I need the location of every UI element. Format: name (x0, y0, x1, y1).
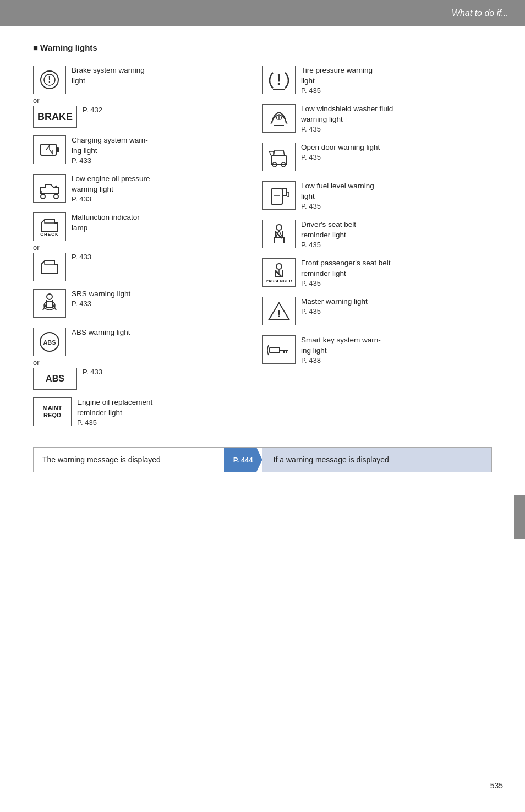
list-item: Driver's seat beltreminder light P. 435 (262, 220, 492, 250)
svg-line-7 (50, 150, 53, 154)
seatbelt-passenger-label: Front passenger's seat beltreminder ligh… (301, 258, 492, 279)
charging-label: Charging system warn-ing light (72, 135, 262, 156)
smartkey-icon (262, 335, 296, 364)
smartkey-page: P. 438 (301, 356, 492, 364)
tire-label: Tire pressure warninglight (301, 66, 492, 86)
brake-label-group: Brake system warninglight (72, 66, 262, 86)
warning-footer-left: The warning message is displayed (34, 448, 224, 472)
warning-footer-right: If a warning message is displayed (262, 448, 491, 472)
abs-or: or (33, 358, 262, 367)
malfunction-text: Malfunction indicatorlamp (72, 212, 262, 233)
maint-label: Engine oil replacementreminder light (77, 397, 262, 418)
door-icon (262, 143, 296, 171)
svg-point-10 (54, 194, 58, 199)
svg-point-28 (276, 264, 282, 269)
list-item: MAINT REQD Engine oil replacementreminde… (33, 397, 262, 428)
header-bar: What to do if... (0, 0, 525, 26)
svg-text:!: ! (48, 75, 51, 84)
washer-page: P. 435 (301, 125, 492, 133)
list-item: Low engine oil pressurewarning light P. … (33, 174, 262, 205)
malfunction-page: P. 433 (72, 253, 262, 261)
warning-footer: The warning message is displayed P. 444 … (33, 447, 492, 472)
malfunction-page-group: P. 433 (72, 253, 262, 261)
list-item: Charging system warn-ing light P. 433 (33, 135, 262, 166)
svg-rect-3 (41, 144, 56, 155)
charging-page: P. 433 (72, 156, 262, 165)
list-item: ! Master warning light P. 435 (262, 297, 492, 328)
right-tab (514, 495, 525, 539)
list-item: Low windshield washer fluidwarning light… (262, 104, 492, 135)
tire-text: Tire pressure warninglight P. 435 (301, 66, 492, 95)
master-warning-text: Master warning light P. 435 (301, 297, 492, 315)
seatbelt-driver-icon (262, 220, 296, 248)
srs-label: SRS warning light (72, 289, 262, 299)
maint-text-top: MAINT (43, 405, 62, 412)
oil-page: P. 433 (72, 195, 262, 203)
brake-text-row: BRAKE P. 432 (33, 106, 262, 128)
fuel-page: P. 435 (301, 202, 492, 210)
footer-arrow[interactable]: P. 444 (224, 448, 262, 472)
footer-right-text: If a warning message is displayed (274, 455, 389, 464)
svg-rect-31 (270, 347, 280, 353)
tire-icon: ! (262, 66, 296, 94)
list-item: Low fuel level warninglight P. 435 (262, 181, 492, 212)
charging-icon (33, 135, 66, 164)
left-column: ! Brake system warninglight or BRAKE P. … (33, 66, 262, 436)
oil-icon (33, 174, 66, 203)
footer-left-text: The warning message is displayed (42, 455, 161, 464)
list-item: ABS ABS warning light or ABS P. 433 (33, 328, 262, 390)
washer-icon (262, 104, 296, 133)
list-item: ! Tire pressure warninglight P. 435 (262, 66, 492, 96)
oil-label: Low engine oil pressurewarning light (72, 174, 262, 195)
fuel-icon (262, 181, 296, 210)
list-item: ! Brake system warninglight or BRAKE P. … (33, 66, 262, 128)
abs-label: ABS warning light (72, 328, 262, 338)
smartkey-text: Smart key system warn-ing light P. 438 (301, 335, 492, 364)
brake-icon-row: ! Brake system warninglight (33, 66, 262, 94)
list-item: PASSENGER Front passenger's seat beltrem… (262, 258, 492, 289)
charging-text: Charging system warn-ing light P. 433 (72, 135, 262, 165)
maint-text-bottom: REQD (43, 412, 61, 419)
page-number: 535 (490, 781, 503, 790)
malfunction-row1: CHECK Malfunction indicatorlamp (33, 212, 262, 241)
list-item: Open door warning light P. 435 (262, 143, 492, 173)
svg-text:ABS: ABS (43, 339, 56, 346)
seatbelt-driver-text: Driver's seat beltreminder light P. 435 (301, 220, 492, 249)
list-item: SRS warning light P. 433 (33, 289, 262, 320)
abs-page-group: P. 433 (83, 368, 262, 376)
master-warning-label: Master warning light (301, 297, 492, 307)
brake-label: Brake system warninglight (72, 66, 262, 86)
seatbelt-passenger-icon: PASSENGER (262, 258, 296, 287)
malfunction-label: Malfunction indicatorlamp (72, 212, 262, 233)
list-item: Smart key system warn-ing light P. 438 (262, 335, 492, 366)
main-content: Warning lights ! Brake system warninglig… (0, 26, 525, 494)
smartkey-label: Smart key system warn-ing light (301, 335, 492, 356)
brake-icon: ! (33, 66, 66, 94)
washer-label: Low windshield washer fluidwarning light (301, 104, 492, 125)
list-item: CHECK Malfunction indicatorlamp or (33, 212, 262, 281)
seatbelt-driver-label: Driver's seat beltreminder light (301, 220, 492, 241)
footer-page: P. 444 (233, 456, 253, 464)
svg-point-12 (47, 294, 52, 299)
abs-text-icon: ABS (33, 368, 77, 390)
abs-row1: ABS ABS warning light (33, 328, 262, 356)
malfunction-row2: P. 433 (33, 253, 262, 281)
maint-text-area: Engine oil replacementreminder light P. … (77, 397, 262, 427)
abs-row2: ABS P. 433 (33, 368, 262, 390)
right-column: ! Tire pressure warninglight P. 435 (262, 66, 492, 436)
brake-page: P. 432 (83, 106, 262, 114)
washer-text: Low windshield washer fluidwarning light… (301, 104, 492, 133)
brake-or-label: or (33, 96, 262, 105)
seatbelt-passenger-text: Front passenger's seat beltreminder ligh… (301, 258, 492, 287)
maint-icon: MAINT REQD (33, 397, 72, 426)
oil-text: Low engine oil pressurewarning light P. … (72, 174, 262, 203)
door-text: Open door warning light P. 435 (301, 143, 492, 161)
srs-page: P. 433 (72, 299, 262, 308)
maint-page: P. 435 (77, 418, 262, 427)
master-warning-icon: ! (262, 297, 296, 325)
svg-point-9 (41, 194, 45, 199)
malfunction-check-icon: CHECK (33, 212, 66, 241)
srs-text: SRS warning light P. 433 (72, 289, 262, 308)
master-warning-page: P. 435 (301, 307, 492, 315)
svg-rect-4 (56, 147, 59, 152)
